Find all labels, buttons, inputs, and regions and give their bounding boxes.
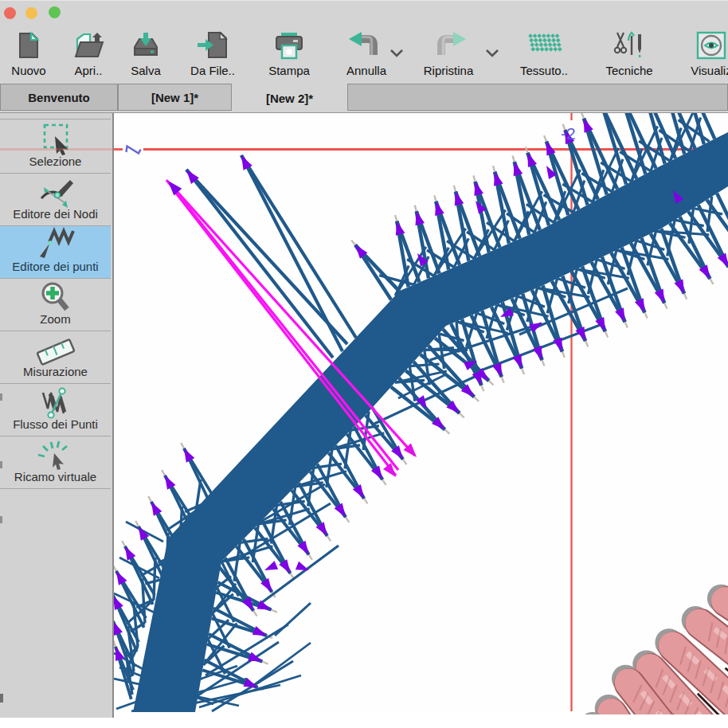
svg-text:-2: -2: [561, 124, 576, 143]
